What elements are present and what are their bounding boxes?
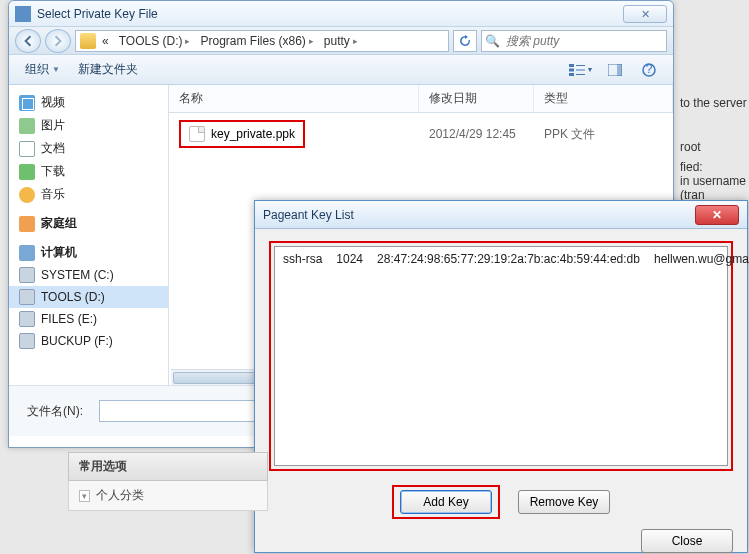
list-view-icon (569, 64, 585, 76)
key-listbox[interactable]: ssh-rsa 1024 28:47:24:98:65:77:29:19:2a:… (274, 246, 728, 466)
nav-bar: « TOOLS (D:)▸ Program Files (x86)▸ putty… (9, 27, 673, 55)
tree-item-downloads[interactable]: 下载 (9, 160, 168, 183)
view-mode-button[interactable]: ▼ (567, 59, 595, 81)
pageant-titlebar: Pageant Key List ✕ (255, 201, 747, 229)
chevron-right-icon: ▸ (185, 36, 190, 46)
breadcrumb-item[interactable]: putty▸ (320, 34, 362, 48)
downloads-icon (19, 164, 35, 180)
key-bits: 1024 (336, 252, 363, 266)
preview-pane-button[interactable] (601, 59, 629, 81)
chevron-down-icon: ▼ (52, 65, 60, 74)
breadcrumb-item[interactable]: TOOLS (D:)▸ (115, 34, 195, 48)
column-type[interactable]: 类型 (534, 85, 673, 112)
nav-forward-button[interactable] (45, 29, 71, 53)
breadcrumb-label: TOOLS (D:) (119, 34, 183, 48)
svg-rect-1 (569, 68, 574, 71)
key-row[interactable]: ssh-rsa 1024 28:47:24:98:65:77:29:19:2a:… (277, 249, 725, 269)
tree-item-drive-d[interactable]: TOOLS (D:) (9, 286, 168, 308)
tree-label: 文档 (41, 140, 65, 157)
video-icon (19, 95, 35, 111)
remove-key-button[interactable]: Remove Key (518, 490, 610, 514)
folder-icon (80, 33, 96, 49)
file-type: PPK 文件 (534, 124, 673, 145)
pageant-window: Pageant Key List ✕ ssh-rsa 1024 28:47:24… (254, 200, 748, 553)
list-item[interactable]: key_private.ppk 2012/4/29 12:45 PPK 文件 (169, 113, 673, 155)
column-name[interactable]: 名称 (169, 85, 419, 112)
file-name: key_private.ppk (211, 127, 295, 141)
pageant-body: ssh-rsa 1024 28:47:24:98:65:77:29:19:2a:… (255, 229, 747, 529)
tree-item-pictures[interactable]: 图片 (9, 114, 168, 137)
tree-item-drive-f[interactable]: BUCKUP (F:) (9, 330, 168, 352)
svg-rect-4 (576, 69, 585, 70)
chevron-right-icon: ▸ (353, 36, 358, 46)
add-key-highlight: Add Key (392, 485, 500, 519)
app-icon (15, 6, 31, 22)
tree-item-drive-e[interactable]: FILES (E:) (9, 308, 168, 330)
svg-rect-2 (569, 73, 574, 76)
column-date[interactable]: 修改日期 (419, 85, 534, 112)
svg-text:?: ? (646, 63, 653, 76)
breadcrumb-root[interactable]: « (98, 34, 113, 48)
panel-header[interactable]: 常用选项 (68, 452, 268, 481)
filename-label: 文件名(N): (27, 403, 83, 420)
close-button[interactable]: Close (641, 529, 733, 553)
chevron-down-icon: ▾ (79, 490, 90, 502)
toolbar-label: 组织 (25, 61, 49, 78)
file-icon (189, 126, 205, 142)
help-button[interactable]: ? (635, 59, 663, 81)
side-panel: 常用选项 ▾ 个人分类 (68, 452, 268, 511)
breadcrumb[interactable]: « TOOLS (D:)▸ Program Files (x86)▸ putty… (75, 30, 449, 52)
homegroup-icon (19, 216, 35, 232)
tree-item-drive-c[interactable]: SYSTEM (C:) (9, 264, 168, 286)
drive-icon (19, 289, 35, 305)
computer-icon (19, 245, 35, 261)
add-key-button[interactable]: Add Key (400, 490, 492, 514)
arrow-left-icon (22, 35, 34, 47)
tree-item-video[interactable]: 视频 (9, 91, 168, 114)
panel-item[interactable]: ▾ 个人分类 (68, 481, 268, 511)
key-fingerprint: 28:47:24:98:65:77:29:19:2a:7b:ac:4b:59:4… (377, 252, 640, 266)
tree-group-computer[interactable]: 计算机 (9, 241, 168, 264)
tree-label: 图片 (41, 117, 65, 134)
dialog-close-button[interactable]: ✕ (623, 5, 667, 23)
svg-rect-0 (569, 64, 574, 67)
pageant-button-row: Add Key Remove Key (269, 485, 733, 519)
tree-label: 下载 (41, 163, 65, 180)
tree-label: 计算机 (41, 244, 77, 261)
tree-label: SYSTEM (C:) (41, 268, 114, 282)
breadcrumb-item[interactable]: Program Files (x86)▸ (196, 34, 317, 48)
tree-label: 家庭组 (41, 215, 77, 232)
chevron-right-icon: ▸ (309, 36, 314, 46)
organize-menu[interactable]: 组织▼ (19, 58, 66, 81)
pageant-close-button[interactable]: ✕ (695, 205, 739, 225)
nav-back-button[interactable] (15, 29, 41, 53)
nav-tree: 视频 图片 文档 下载 音乐 家庭组 计算机 SYSTEM (C:) TOOLS… (9, 85, 169, 385)
search-icon: 🔍 (482, 34, 502, 48)
tree-item-documents[interactable]: 文档 (9, 137, 168, 160)
key-comment: hellwen.wu@gmail.com (654, 252, 749, 266)
toolbar: 组织▼ 新建文件夹 ▼ ? (9, 55, 673, 85)
new-folder-button[interactable]: 新建文件夹 (72, 58, 144, 81)
documents-icon (19, 141, 35, 157)
drive-icon (19, 311, 35, 327)
tree-label: TOOLS (D:) (41, 290, 105, 304)
drive-icon (19, 267, 35, 283)
tree-label: BUCKUP (F:) (41, 334, 113, 348)
bg-text: fied: (680, 160, 703, 174)
drive-icon (19, 333, 35, 349)
key-type: ssh-rsa (283, 252, 322, 266)
tree-item-music[interactable]: 音乐 (9, 183, 168, 206)
key-list-highlight: ssh-rsa 1024 28:47:24:98:65:77:29:19:2a:… (269, 241, 733, 471)
breadcrumb-label: Program Files (x86) (200, 34, 305, 48)
refresh-icon (459, 35, 471, 47)
pageant-title: Pageant Key List (263, 208, 695, 222)
chevron-down-icon: ▼ (587, 66, 594, 73)
pane-icon (608, 64, 622, 76)
list-header: 名称 修改日期 类型 (169, 85, 673, 113)
search-input[interactable] (502, 34, 666, 48)
svg-rect-3 (576, 65, 585, 66)
refresh-button[interactable] (453, 30, 477, 52)
tree-group-homegroup[interactable]: 家庭组 (9, 212, 168, 235)
dialog-title: Select Private Key File (37, 7, 623, 21)
pictures-icon (19, 118, 35, 134)
